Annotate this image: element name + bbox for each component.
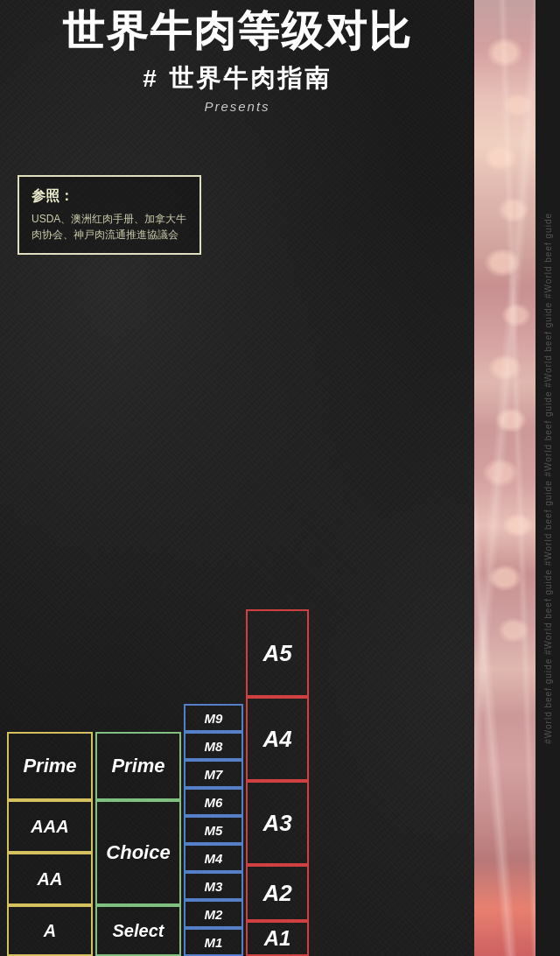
japan-a3-cell: A3 xyxy=(246,781,309,865)
canada-prime-cell: Prime xyxy=(7,732,93,800)
grades-grid: Prime AAA AA A Prime Choice xyxy=(7,194,382,956)
japan-a4-cell: A4 xyxy=(246,697,309,781)
presents-label: Presents xyxy=(18,99,457,114)
canada-aa-cell: AA xyxy=(7,853,93,905)
watermark-text: #World beef guide #World beef guide #Wor… xyxy=(543,213,553,744)
japan-column: A5 A4 A3 A2 A1 xyxy=(246,194,309,956)
vertical-text-strip: #World beef guide #World beef guide #Wor… xyxy=(536,0,560,956)
page-container: #World beef guide #World beef guide #Wor… xyxy=(0,0,560,956)
main-content: 世界牛肉等级对比 # 世界牛肉指南 Presents 参照： USDA、澳洲红肉… xyxy=(0,0,474,956)
australia-column: M9 M8 M7 M6 M5 M4 M3 xyxy=(184,194,243,956)
usa-choice-cell: Choice xyxy=(95,800,181,905)
aus-m7-cell: M7 xyxy=(184,760,243,788)
header: 世界牛肉等级对比 # 世界牛肉指南 Presents xyxy=(0,0,474,118)
page-title: 世界牛肉等级对比 xyxy=(18,9,457,55)
beef-image-strip xyxy=(474,0,536,956)
aus-m6-cell: M6 xyxy=(184,788,243,816)
aus-m3-cell: M3 xyxy=(184,872,243,900)
aus-m4-cell: M4 xyxy=(184,844,243,872)
usa-column: Prime Choice Select xyxy=(95,194,181,956)
canada-a-cell: A xyxy=(7,905,93,956)
japan-a1-cell: A1 xyxy=(246,921,309,956)
canada-aaa-cell: AAA xyxy=(7,800,93,853)
usa-prime-cell: Prime xyxy=(95,732,181,800)
beef-marbling-visual xyxy=(474,0,536,956)
page-subtitle: # 世界牛肉指南 xyxy=(18,62,457,95)
japan-a5-cell: A5 xyxy=(246,609,309,697)
aus-m9-cell: M9 xyxy=(184,704,243,732)
usa-select-cell: Select xyxy=(95,905,181,956)
aus-m8-cell: M8 xyxy=(184,732,243,760)
canada-column: Prime AAA AA A xyxy=(7,194,93,956)
japan-a2-cell: A2 xyxy=(246,865,309,921)
aus-m1-cell: M1 xyxy=(184,928,243,956)
aus-m5-cell: M5 xyxy=(184,816,243,844)
aus-m2-cell: M2 xyxy=(184,900,243,928)
